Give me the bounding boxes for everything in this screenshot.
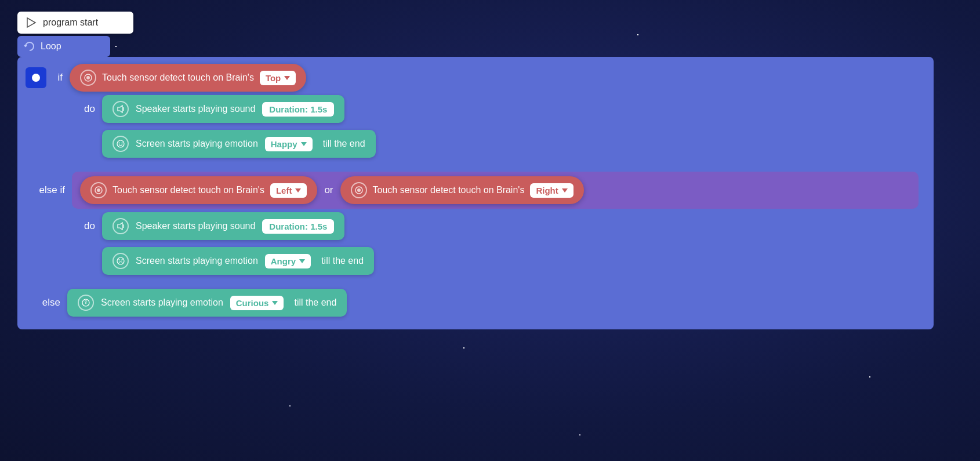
curious-value: Curious	[236, 298, 269, 308]
duration-value-2: Duration: 1.5s	[269, 222, 327, 231]
emotion-block-2[interactable]: Screen starts playing emotion Angry till…	[102, 247, 374, 275]
program-start-block[interactable]: program start	[17, 12, 133, 34]
duration-value-1: Duration: 1.5s	[269, 104, 327, 114]
svg-marker-11	[118, 223, 122, 230]
do2-section: do Speaker starts playing sound Duration…	[60, 212, 925, 278]
main-container: if Touch sensor detect touch on Brain's …	[17, 57, 934, 329]
happy-arrow	[301, 142, 307, 146]
svg-point-16	[85, 302, 86, 303]
if-dropdown[interactable]: Top	[260, 71, 296, 85]
do2-emotion-row: Screen starts playing emotion Angry till…	[60, 247, 925, 275]
svg-line-14	[121, 260, 123, 260]
else-if-dropdown-value-1: Left	[276, 186, 292, 195]
else-row: else Screen starts playing emotion Curio…	[26, 289, 925, 317]
svg-marker-3	[118, 106, 122, 112]
do2-sound-row: do Speaker starts playing sound Duration…	[60, 212, 925, 240]
else-if-row: else if Touch sensor detect touch on Bra…	[26, 172, 925, 209]
svg-point-6	[122, 143, 123, 144]
else-emotion-text: Screen starts playing emotion	[101, 297, 223, 308]
sensor-icon-2	[90, 182, 107, 198]
sound-text-2: Speaker starts playing sound	[136, 221, 255, 231]
do2-keyword: do	[60, 220, 102, 232]
speaker-icon-1	[112, 101, 129, 117]
angry-dropdown[interactable]: Angry	[265, 254, 311, 268]
svg-point-10	[357, 188, 361, 192]
speaker-icon-2	[112, 218, 129, 234]
sensor-icon-1	[80, 70, 96, 86]
emotion-block-curious[interactable]: Screen starts playing emotion Curious ti…	[67, 289, 347, 317]
sound-block-1[interactable]: Speaker starts playing sound Duration: 1…	[102, 95, 344, 123]
else-if-condition2[interactable]: Touch sensor detect touch on Brain's Rig…	[340, 176, 584, 204]
svg-point-4	[117, 140, 124, 147]
happy-dropdown[interactable]: Happy	[265, 137, 313, 151]
do1-keyword: do	[60, 103, 102, 115]
if-indicator	[26, 67, 46, 88]
if-row: if Touch sensor detect touch on Brain's …	[26, 64, 925, 92]
duration-pill-1[interactable]: Duration: 1.5s	[262, 102, 334, 117]
loop-block[interactable]: Loop	[17, 36, 110, 57]
emotion-block-1[interactable]: Screen starts playing emotion Happy till…	[102, 130, 376, 158]
emotion-icon-3	[78, 295, 94, 311]
emotion-icon-2	[112, 253, 129, 269]
angry-value: Angry	[271, 256, 296, 266]
till-end-3: till the end	[294, 297, 336, 308]
sound-text-1: Speaker starts playing sound	[136, 104, 255, 114]
else-if-dropdown-value-2: Right	[536, 186, 558, 195]
svg-line-13	[119, 260, 121, 260]
curious-arrow	[272, 301, 278, 305]
else-if-arrow-2	[562, 188, 568, 193]
sensor-icon-3	[351, 182, 367, 198]
svg-marker-0	[27, 18, 35, 27]
else-if-dropdown-1[interactable]: Left	[270, 183, 307, 198]
sound-block-2[interactable]: Speaker starts playing sound Duration: 1…	[102, 212, 344, 240]
else-if-text-1: Touch sensor detect touch on Brain's	[112, 185, 264, 195]
do1-sound-row: do Speaker starts playing sound Duration…	[60, 95, 925, 123]
if-dot	[32, 74, 40, 82]
till-end-1: till the end	[323, 139, 365, 149]
if-keyword: if	[52, 72, 70, 84]
happy-value: Happy	[271, 139, 297, 149]
else-if-dropdown-2[interactable]: Right	[530, 183, 573, 198]
svg-point-12	[117, 257, 124, 264]
or-label: or	[324, 184, 333, 196]
else-if-arrow-1	[295, 188, 301, 193]
loop-icon	[23, 40, 36, 53]
till-end-2: till the end	[321, 256, 364, 266]
svg-point-5	[119, 143, 120, 144]
if-condition-block[interactable]: Touch sensor detect touch on Brain's Top	[70, 64, 306, 92]
emotion-text-1: Screen starts playing emotion	[136, 139, 258, 149]
angry-arrow	[299, 259, 305, 263]
else-if-condition1[interactable]: Touch sensor detect touch on Brain's Lef…	[80, 176, 317, 204]
do1-emotion-row: Screen starts playing emotion Happy till…	[60, 130, 925, 158]
curious-dropdown[interactable]: Curious	[230, 296, 284, 310]
svg-point-8	[97, 188, 100, 192]
if-condition-text: Touch sensor detect touch on Brain's	[102, 72, 254, 83]
if-dropdown-arrow	[284, 76, 290, 80]
play-icon	[24, 16, 37, 29]
else-keyword: else	[26, 297, 67, 308]
program-start-label: program start	[43, 17, 98, 28]
loop-label: Loop	[41, 41, 61, 52]
emotion-text-2: Screen starts playing emotion	[136, 256, 258, 266]
else-if-keyword: else if	[26, 184, 72, 196]
emotion-icon-1	[112, 136, 129, 152]
else-if-text-2: Touch sensor detect touch on Brain's	[373, 185, 525, 195]
do1-section: do Speaker starts playing sound Duration…	[60, 95, 925, 161]
svg-point-2	[86, 76, 90, 79]
duration-pill-2[interactable]: Duration: 1.5s	[262, 219, 334, 234]
else-if-container: Touch sensor detect touch on Brain's Lef…	[72, 172, 919, 209]
if-dropdown-value: Top	[266, 73, 281, 83]
